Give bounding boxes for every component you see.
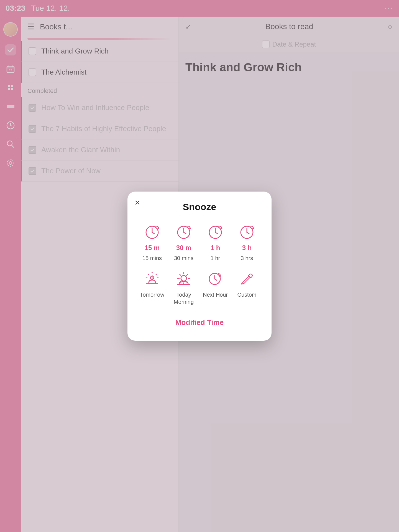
snooze-icon-tomorrow: [142, 268, 162, 288]
snooze-main-label-15min: 15 m: [145, 244, 160, 252]
snooze-main-label-3hr: 3 h: [242, 244, 252, 252]
snooze-icon-15min: [142, 222, 162, 242]
snooze-sub-label-3hr: 3 hrs: [241, 254, 253, 262]
snooze-option-custom[interactable]: Custom: [233, 268, 260, 306]
snooze-modal: × Snooze 15 m 15 mins: [127, 192, 272, 341]
snooze-icon-today-morning: [174, 268, 194, 288]
snooze-option-30min[interactable]: 30 m 30 mins: [170, 222, 197, 262]
close-button[interactable]: ×: [135, 198, 140, 207]
snooze-icon-3hr: [237, 222, 257, 242]
snooze-options-grid: 15 m 15 mins 30 m 30 mins: [139, 222, 260, 306]
snooze-sub-label-30min: 30 mins: [174, 254, 193, 262]
snooze-main-label-1hr: 1 h: [211, 244, 220, 252]
svg-point-16: [181, 276, 186, 281]
snooze-option-tomorrow[interactable]: Tomorrow: [139, 268, 166, 306]
snooze-icon-1hr: [205, 222, 225, 242]
snooze-sub-label-custom: Custom: [237, 291, 257, 298]
snooze-option-15min[interactable]: 15 m 15 mins: [139, 222, 166, 262]
snooze-sub-label-1hr: 1 hr: [211, 254, 220, 262]
snooze-option-today-morning[interactable]: Today Morning: [170, 268, 197, 306]
snooze-option-3hr[interactable]: 3 h 3 hrs: [233, 222, 260, 262]
snooze-sub-label-next-hour: Next Hour: [203, 291, 228, 298]
snooze-icon-next-hour: [205, 268, 225, 288]
snooze-main-label-30min: 30 m: [176, 244, 191, 252]
modal-overlay[interactable]: × Snooze 15 m 15 mins: [0, 0, 399, 532]
modified-time-button[interactable]: Modified Time: [139, 315, 260, 330]
snooze-sub-label-today-morning: Today Morning: [170, 291, 197, 306]
snooze-option-1hr[interactable]: 1 h 1 hr: [202, 222, 229, 262]
modal-title: Snooze: [139, 202, 260, 212]
snooze-icon-30min: [174, 222, 194, 242]
snooze-sub-label-15min: 15 mins: [142, 254, 162, 262]
snooze-icon-custom: [237, 268, 257, 288]
snooze-sub-label-tomorrow: Tomorrow: [140, 291, 164, 298]
snooze-option-next-hour[interactable]: Next Hour: [202, 268, 229, 306]
